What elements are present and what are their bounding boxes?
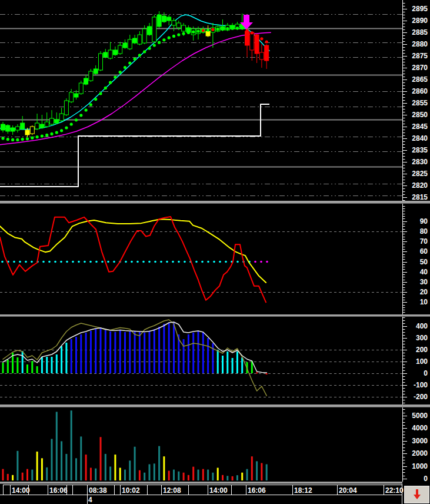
svg-text:70: 70 xyxy=(420,237,428,246)
svg-text:2840: 2840 xyxy=(412,134,428,142)
red-down-arrow-icon xyxy=(412,489,422,500)
svg-text:1000: 1000 xyxy=(412,462,428,470)
svg-text:2855: 2855 xyxy=(412,99,428,107)
svg-text:2870: 2870 xyxy=(412,64,428,72)
time-label: 10:02 xyxy=(122,486,140,495)
svg-text:2890: 2890 xyxy=(412,16,428,25)
time-label: 22:10 xyxy=(385,486,404,495)
svg-text:2850: 2850 xyxy=(412,111,428,119)
svg-text:2815: 2815 xyxy=(412,193,428,201)
svg-text:50: 50 xyxy=(420,258,428,266)
svg-text:2000: 2000 xyxy=(412,449,428,457)
svg-text:2845: 2845 xyxy=(412,122,428,131)
svg-text:0: 0 xyxy=(424,475,428,483)
svg-text:2825: 2825 xyxy=(412,170,428,178)
svg-text:2820: 2820 xyxy=(412,181,428,190)
svg-text:2830: 2830 xyxy=(412,158,428,166)
svg-text:-100: -100 xyxy=(414,381,428,389)
scroll-down-button[interactable] xyxy=(404,486,429,503)
svg-text:100: 100 xyxy=(416,357,428,366)
time-label: 18:12 xyxy=(294,486,312,495)
time-label: 14:00 xyxy=(209,486,228,495)
day-start-label: 4 xyxy=(88,496,92,504)
time-label: 16:06 xyxy=(49,486,68,495)
svg-text:90: 90 xyxy=(420,217,428,226)
time-label: 12:08 xyxy=(163,486,181,495)
time-label: 16:06 xyxy=(248,486,266,495)
svg-text:2865: 2865 xyxy=(412,75,428,84)
svg-text:2885: 2885 xyxy=(412,28,428,37)
svg-text:200: 200 xyxy=(416,346,428,354)
svg-text:10: 10 xyxy=(420,298,428,306)
svg-text:60: 60 xyxy=(420,247,428,256)
time-label: 08:38 xyxy=(89,486,107,495)
svg-text:30: 30 xyxy=(420,278,428,286)
svg-text:0: 0 xyxy=(424,369,428,377)
svg-text:400: 400 xyxy=(416,322,428,330)
time-axis: 14:0016:0608:3810:0212:0814:0016:0618:12… xyxy=(0,484,430,504)
time-label: 20:04 xyxy=(339,486,357,495)
chart-canvas: 2895289028852880287528702865286028552850… xyxy=(0,0,430,504)
svg-text:2835: 2835 xyxy=(412,146,428,154)
svg-text:-200: -200 xyxy=(414,393,428,401)
svg-text:5000: 5000 xyxy=(412,412,428,420)
svg-text:2880: 2880 xyxy=(412,40,428,48)
svg-text:80: 80 xyxy=(420,227,428,236)
svg-text:2875: 2875 xyxy=(412,52,428,60)
trading-chart-window: 2895289028852880287528702865286028552850… xyxy=(0,0,430,504)
svg-text:2860: 2860 xyxy=(412,87,428,95)
svg-text:300: 300 xyxy=(416,334,428,342)
svg-text:2895: 2895 xyxy=(412,5,428,13)
time-label: 14:00 xyxy=(12,486,30,495)
svg-text:40: 40 xyxy=(420,268,428,276)
svg-text:20: 20 xyxy=(420,288,428,296)
svg-text:3000: 3000 xyxy=(412,437,428,445)
svg-text:4000: 4000 xyxy=(412,424,428,432)
